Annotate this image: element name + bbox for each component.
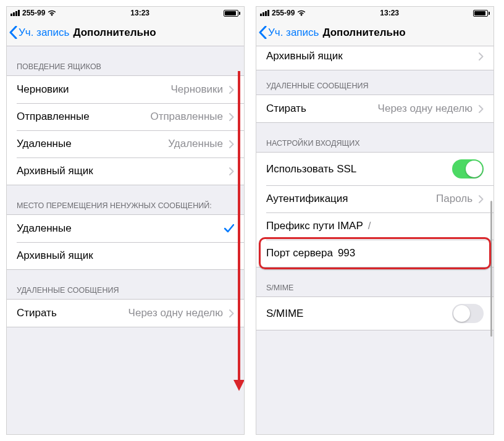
carrier-label: 255-99 — [22, 9, 45, 17]
chevron-left-icon — [9, 26, 17, 39]
battery-icon — [224, 10, 240, 17]
row-archive[interactable]: Архивный ящик — [256, 46, 494, 70]
back-button[interactable]: Уч. запись — [256, 26, 319, 39]
nav-bar: Уч. запись Дополнительно — [7, 19, 244, 46]
row-move-archive[interactable]: Архивный ящик — [7, 242, 244, 269]
group-behavior-tail: Архивный ящик — [256, 46, 494, 70]
value-port: 993 — [338, 247, 355, 259]
phone-right: 255-99 13:23 Уч. запись Дополнительно Ар… — [256, 6, 494, 435]
chevron-right-icon — [479, 105, 484, 113]
status-left: 255-99 — [260, 9, 306, 17]
group-move: Удаленные Архивный ящик — [7, 214, 244, 270]
status-time: 13:23 — [380, 9, 399, 17]
value-sent: Отправленные — [150, 111, 223, 123]
svg-marker-1 — [233, 380, 244, 391]
header-move: МЕСТО ПЕРЕМЕЩЕНИЯ НЕНУЖНЫХ СООБЩЕНИЙ: — [7, 185, 244, 214]
chevron-right-icon — [229, 167, 234, 175]
row-ssl[interactable]: Использовать SSL — [256, 153, 494, 185]
label-ssl: Использовать SSL — [266, 163, 356, 175]
row-archive[interactable]: Архивный ящик — [7, 158, 244, 185]
status-time: 13:23 — [130, 9, 149, 17]
row-erase[interactable]: Стирать Через одну неделю — [256, 95, 494, 122]
carrier-label: 255-99 — [272, 9, 295, 17]
label-erase: Стирать — [266, 103, 306, 115]
nav-title: Дополнительно — [73, 27, 156, 39]
value-imap-prefix: / — [368, 220, 371, 232]
value-deleted: Удаленные — [168, 138, 223, 150]
value-erase: Через одну неделю — [378, 103, 472, 115]
value-auth: Пароль — [436, 193, 472, 205]
label-move-archive: Архивный ящик — [17, 250, 93, 262]
back-button[interactable]: Уч. запись — [7, 26, 69, 39]
label-drafts: Черновики — [17, 83, 69, 96]
chevron-right-icon — [479, 52, 484, 61]
status-bar: 255-99 13:23 — [7, 7, 244, 19]
chevron-right-icon — [229, 309, 234, 317]
status-left: 255-99 — [10, 9, 56, 17]
signal-icon — [10, 10, 20, 16]
row-port[interactable]: Порт сервера 993 — [256, 240, 494, 267]
status-right — [224, 10, 240, 17]
back-label: Уч. запись — [19, 27, 69, 39]
row-smime[interactable]: S/MIME — [256, 297, 494, 330]
group-incoming: Использовать SSL Аутентификация Пароль П… — [256, 152, 494, 267]
label-deleted: Удаленные — [17, 138, 72, 150]
label-archive: Архивный ящик — [17, 165, 93, 177]
chevron-right-icon — [479, 195, 484, 203]
header-deleted-msgs: УДАЛЕННЫЕ СООБЩЕНИЯ — [256, 70, 494, 94]
group-deleted-msgs: Стирать Через одну неделю — [256, 94, 494, 123]
label-archive: Архивный ящик — [266, 50, 343, 62]
label-sent: Отправленные — [17, 111, 90, 123]
group-smime: S/MIME — [256, 296, 494, 330]
row-erase[interactable]: Стирать Через одну неделю — [7, 300, 244, 327]
toggle-ssl[interactable] — [452, 159, 484, 178]
row-deleted[interactable]: Удаленные Удаленные — [7, 130, 244, 158]
header-incoming: НАСТРОЙКИ ВХОДЯЩИХ — [256, 123, 494, 152]
phone-left: 255-99 13:23 Уч. запись Дополнительно ПО… — [6, 6, 245, 435]
toggle-smime[interactable] — [452, 304, 484, 323]
battery-icon — [473, 10, 490, 17]
checkmark-icon — [224, 224, 234, 233]
status-right — [473, 10, 490, 17]
row-sent[interactable]: Отправленные Отправленные — [7, 103, 244, 130]
back-label: Уч. запись — [268, 27, 319, 39]
label-auth: Аутентификация — [266, 193, 348, 205]
label-imap-prefix: Префикс пути IMAP — [266, 220, 363, 232]
content-left[interactable]: ПОВЕДЕНИЕ ЯЩИКОВ Черновики Черновики Отп… — [7, 46, 244, 434]
chevron-right-icon — [229, 86, 234, 94]
group-behavior: Черновики Черновики Отправленные Отправл… — [7, 75, 244, 185]
label-port: Порт сервера — [266, 247, 333, 259]
label-erase: Стирать — [17, 307, 57, 319]
chevron-right-icon — [229, 113, 234, 121]
nav-title: Дополнительно — [322, 27, 405, 39]
wifi-icon — [48, 10, 56, 16]
label-move-deleted: Удаленные — [17, 222, 72, 235]
chevron-left-icon — [259, 26, 267, 39]
scrollbar[interactable] — [490, 201, 492, 337]
chevron-right-icon — [229, 140, 234, 148]
row-imap-prefix[interactable]: Префикс пути IMAP / — [256, 212, 494, 240]
row-drafts[interactable]: Черновики Черновики — [7, 76, 244, 103]
label-smime: S/MIME — [266, 308, 303, 320]
group-deleted-msgs: Стирать Через одну неделю — [7, 299, 244, 327]
header-smime: S/MIME — [256, 267, 494, 296]
value-erase: Через одну неделю — [128, 307, 223, 319]
signal-icon — [260, 10, 269, 16]
status-bar: 255-99 13:23 — [256, 7, 494, 19]
header-deleted-msgs: УДАЛЕННЫЕ СООБЩЕНИЯ — [7, 270, 244, 299]
header-behavior: ПОВЕДЕНИЕ ЯЩИКОВ — [7, 46, 244, 75]
value-drafts: Черновики — [170, 83, 223, 96]
content-right[interactable]: Архивный ящик УДАЛЕННЫЕ СООБЩЕНИЯ Стират… — [256, 46, 494, 434]
wifi-icon — [297, 10, 306, 16]
row-auth[interactable]: Аутентификация Пароль — [256, 185, 494, 212]
nav-bar: Уч. запись Дополнительно — [256, 19, 494, 46]
row-move-deleted[interactable]: Удаленные — [7, 215, 244, 242]
